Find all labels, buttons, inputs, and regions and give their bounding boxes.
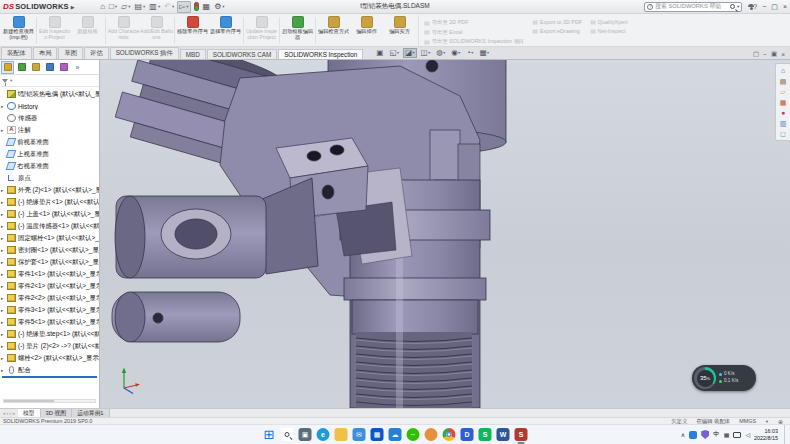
open-icon[interactable]: ▱▾ [120,1,132,13]
ribbon-button-6[interactable]: 选择零件序号 [209,15,242,46]
app-solidworks[interactable]: S [515,428,528,441]
tree-item-14[interactable]: ▸零件1<1> (默认<<默认>_显示状态 [0,268,99,280]
doc-close-icon[interactable]: × [781,51,785,58]
tab-scroll-icon-2[interactable]: › [9,410,11,416]
ribbon-tab-2[interactable]: 草图 [58,47,83,60]
tray-grid-icon[interactable]: ▦ [724,432,730,438]
new-document-icon[interactable]: □▾ [108,1,119,13]
search-caret-icon[interactable]: ▾ [737,4,739,9]
ribbon-tab-6[interactable]: SOLIDWORKS CAM [207,49,277,60]
app-store[interactable]: ▦ [371,428,384,441]
solidworks-resources-icon[interactable]: ⌂ [781,67,785,74]
search-button[interactable] [281,428,294,441]
tab-scroll-icon-0[interactable]: « [3,410,6,416]
save-icon[interactable]: ▤▾ [133,1,147,13]
minimize-icon[interactable]: − [762,3,766,10]
apply-scene-icon[interactable]: ▦▾ [477,48,491,58]
tree-item-13[interactable]: ▸保护套<1> (默认<<默认>_显示状 [0,256,99,268]
tree-item-21[interactable]: ▸螺栓<2> (默认<<默认>_显示状态 [0,352,99,364]
tree-item-10[interactable]: ▸(-) 温度传感器<1> (默认<<默认>_ [0,220,99,232]
appearances-scenes-icon[interactable]: ● [781,109,785,116]
start-button[interactable]: ⊞ [263,428,276,441]
home-icon[interactable]: ⌂ [99,1,107,13]
tree-root[interactable]: t型铠装热电偶 (默认<默认_显示状态-1> [0,88,99,100]
ime-indicator[interactable]: 中 [713,430,720,439]
tree-item-20[interactable]: ▸(-) 垫片 (2)<2> ->? (默认<<默认 [0,340,99,352]
hide-show-items-icon[interactable]: ◉▾ [449,48,462,58]
model-canvas[interactable] [100,60,790,408]
tab-dimxpertmanager[interactable] [43,61,56,74]
undo-icon[interactable]: ↶▾ [163,1,176,13]
app-word[interactable]: W [497,428,510,441]
ribbon-button-11[interactable]: 编辑实方 [383,15,416,46]
export-item[interactable]: ▤Export eDrawing [532,28,582,34]
ribbon-button-5[interactable]: 移除零件序号 [176,15,209,46]
tray-volume-icon[interactable]: ◁ [745,432,750,438]
rebuild-traffic-light-icon[interactable] [192,1,200,13]
print-icon[interactable]: ▥▾ [148,1,162,13]
ribbon-tab-1[interactable]: 布局 [33,47,58,60]
tab-featuremanager[interactable] [1,61,14,74]
document-tab-1[interactable]: 3D 视图 [41,409,73,417]
doc-restore-icon[interactable]: ▢ [753,50,759,58]
display-style-icon[interactable]: ◍▾ [434,48,447,58]
help-search-box[interactable]: ? 搜索 SOLIDWORKS 帮助 ▾ [644,2,742,12]
task-view-button[interactable]: ▣ [299,428,312,441]
tray-chevron-icon[interactable]: ∧ [681,432,685,438]
export-item[interactable]: ▤Net-Inspect [590,28,627,34]
unit-system-caret-icon[interactable]: ▼ [765,419,769,424]
help-icon[interactable]: ? [753,3,757,10]
view-orientation-icon[interactable]: ◫▾ [419,48,433,58]
app-wechat[interactable]: ·· [407,428,420,441]
tree-item-18[interactable]: ▸零件5<1> (默认<<默认>_显示状 [0,316,99,328]
show-desktop-button[interactable] [784,425,787,444]
app-browser-360[interactable] [425,428,438,441]
tab-configurationmanager[interactable] [29,61,42,74]
restore-icon[interactable]: ▢ [771,3,778,11]
export-item[interactable]: ▤导出至 2D PDF [424,19,524,26]
tray-display-icon[interactable] [733,432,741,438]
tab-propertymanager[interactable] [15,61,28,74]
close-icon[interactable]: × [783,3,787,10]
options-icon[interactable]: ⚙▾ [213,1,226,13]
ribbon-button-0[interactable]: 新建检查项目 (imp:档) [2,15,35,46]
tree-item-15[interactable]: ▸零件2<1> (默认<<默认>_显示状 [0,280,99,292]
export-item[interactable]: ▤Export to 3D PDF [532,19,582,25]
tree-item-7[interactable]: ▸外壳 (2)<1> (默认<<默认>_显示状 [0,184,99,196]
tree-item-11[interactable]: ▸固定螺栓<1> (默认<<默认>_显示 [0,232,99,244]
tree-item-2[interactable]: ▸注解 [0,124,99,136]
tab-flyout-expand[interactable]: » [71,61,84,74]
ribbon-button-10[interactable]: 编辑操作 [350,15,383,46]
tree-item-16[interactable]: ▸零件2<2> (默认<<默认>_显示状 [0,292,99,304]
forum-icon[interactable]: ◻ [780,130,786,137]
doc-minimize-icon[interactable]: − [763,51,767,58]
tab-displaymanager[interactable] [57,61,70,74]
file-properties-icon[interactable]: ▦ [201,1,212,13]
ribbon-button-9[interactable]: 编辑检查方式 [317,15,350,46]
document-tab-2[interactable]: 运动算例1 [72,409,109,417]
graphics-viewport[interactable]: ⌂▤▱▦●▥◻ 35% 0 K/s 0.1 K/s [100,60,790,408]
export-item[interactable]: ▤导出至 SOLIDWORKS Inspection 项目 [424,38,524,45]
tree-item-5[interactable]: 右视基准面 [0,160,99,172]
app-edge[interactable]: e [317,428,330,441]
view-palette-icon[interactable]: ▦ [780,99,787,106]
app-file-explorer[interactable] [335,428,348,441]
export-item[interactable]: ▤导出至 Excel [424,29,524,36]
ribbon-tab-5[interactable]: MBD [180,49,206,60]
tree-item-1[interactable]: 传感器 [0,112,99,124]
tree-item-17[interactable]: ▸零件3<1> (默认<<默认>_显示状 [0,304,99,316]
tree-item-6[interactable]: 原点 [0,172,99,184]
edit-appearance-icon[interactable]: ◔▾ [464,48,475,58]
tree-item-8[interactable]: ▸(-) 绝缘垫片<1> (默认<<默认>_显 [0,196,99,208]
scrollbar-thumb[interactable] [4,400,54,402]
design-library-icon[interactable]: ▤ [780,78,787,85]
menu-expand-arrow-icon[interactable]: ▶ [71,4,75,10]
tree-item-3[interactable]: 前视基准面 [0,136,99,148]
export-item[interactable]: ▤QualityXpert [590,19,627,25]
tree-item-12[interactable]: ▸密封圈<1> (默认<<默认>_显示状 [0,244,99,256]
ribbon-tab-3[interactable]: 评估 [84,47,109,60]
file-explorer-icon[interactable]: ▱ [780,88,785,95]
document-tab-0[interactable]: 模型 [18,409,41,417]
tray-app-blue-icon[interactable] [689,431,697,439]
doc-maximize-icon[interactable]: ▣ [771,50,777,58]
